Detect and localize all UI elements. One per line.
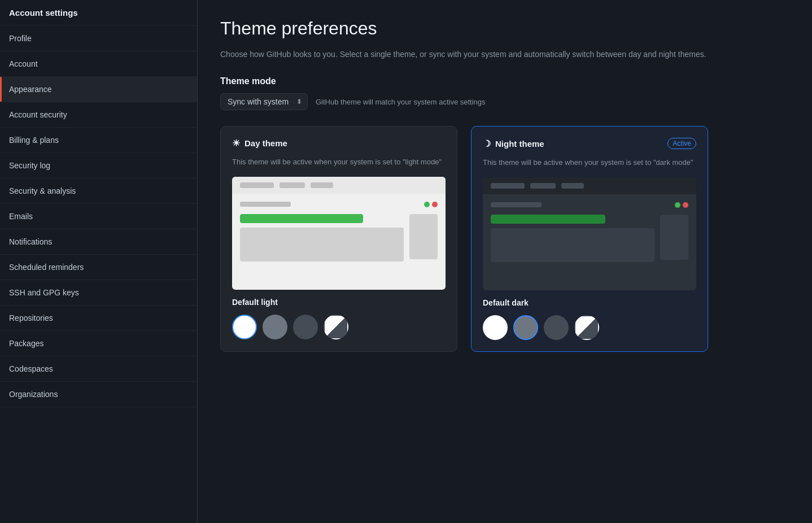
sidebar-item-label-scheduled-reminders: Scheduled reminders: [9, 263, 84, 272]
progress-bar-light: [240, 214, 363, 223]
sidebar-item-label-security-analysis: Security & analysis: [9, 186, 76, 195]
sidebar-item-account[interactable]: Account: [0, 51, 197, 77]
sidebar-item-label-account-security: Account security: [9, 110, 67, 119]
theme-hint: GitHub theme will match your system acti…: [316, 98, 486, 106]
sidebar-item-label-billing: Billing & plans: [9, 136, 59, 145]
preview-body-light: [240, 214, 438, 262]
sidebar-item-repositories[interactable]: Repositories: [0, 306, 197, 331]
sidebar-item-account-security[interactable]: Account security: [0, 102, 197, 128]
sidebar-block-light: [409, 214, 438, 259]
active-badge: Active: [667, 138, 696, 149]
tl-green-dark: [675, 202, 680, 208]
sidebar-item-ssh-gpg[interactable]: SSH and GPG keys: [0, 280, 197, 306]
swatch-dark-night[interactable]: [544, 315, 569, 340]
theme-cards: ☀ Day theme This theme will be active wh…: [220, 126, 789, 352]
preview-title-bar-dark: [491, 202, 688, 208]
nav-pill-1: [240, 182, 274, 188]
sidebar-item-label-packages: Packages: [9, 339, 43, 348]
preview-title-bar-light: [240, 202, 438, 207]
preview-body-dark: [491, 215, 688, 262]
swatch-white-day[interactable]: [232, 315, 257, 339]
sidebar-item-billing[interactable]: Billing & plans: [0, 128, 197, 153]
content-block-dark: [491, 228, 654, 262]
day-theme-name: Default light: [232, 298, 446, 307]
sidebar-item-codespaces[interactable]: Codespaces: [0, 356, 197, 382]
nav-pill-3: [311, 182, 333, 188]
preview-nav-dark: [483, 177, 696, 194]
swatch-half-night[interactable]: [574, 315, 599, 340]
page-description: Choose how GitHub looks to you. Select a…: [220, 48, 728, 60]
day-card-header: ☀ Day theme: [232, 138, 446, 149]
sidebar-item-label-repositories: Repositories: [9, 313, 53, 322]
sidebar-block-dark: [660, 215, 688, 260]
day-swatches: [232, 315, 446, 339]
sun-icon: ☀: [232, 138, 240, 149]
tl-red-dark: [683, 202, 688, 208]
sidebar-item-security-log[interactable]: Security log: [0, 153, 197, 178]
sidebar-item-security-analysis[interactable]: Security & analysis: [0, 178, 197, 204]
preview-main-dark: [491, 215, 654, 262]
sidebar-item-scheduled-reminders[interactable]: Scheduled reminders: [0, 255, 197, 280]
sidebar-header-label: Account settings: [9, 8, 78, 18]
sidebar-item-emails[interactable]: Emails: [0, 204, 197, 229]
sidebar-item-label-codespaces: Codespaces: [9, 364, 53, 373]
swatch-dark-day[interactable]: [293, 315, 318, 339]
sidebar-item-organizations[interactable]: Organizations: [0, 382, 197, 407]
night-swatches: [483, 315, 696, 340]
night-theme-name: Default dark: [483, 298, 696, 307]
title-pill-light: [240, 202, 291, 207]
nav-pill-dark-1: [491, 183, 525, 189]
sidebar: Account settings ProfileAccountAppearanc…: [0, 0, 198, 523]
sidebar-item-packages[interactable]: Packages: [0, 331, 197, 356]
night-card-title-text: Night theme: [495, 139, 544, 149]
swatch-half-day[interactable]: [324, 315, 348, 339]
traffic-lights-light: [424, 202, 438, 207]
sidebar-item-label-emails: Emails: [9, 212, 33, 221]
swatch-white-night[interactable]: [483, 315, 508, 340]
day-theme-card[interactable]: ☀ Day theme This theme will be active wh…: [220, 126, 457, 352]
title-pill-dark: [491, 202, 542, 207]
content-block-light: [240, 228, 404, 262]
main-content: Theme preferences Choose how GitHub look…: [198, 0, 812, 523]
sidebar-header: Account settings: [0, 0, 197, 26]
traffic-lights-dark: [675, 202, 688, 208]
sidebar-item-label-notifications: Notifications: [9, 237, 52, 246]
dark-preview-bg: [483, 177, 696, 290]
theme-mode-select[interactable]: Sync with system Light Dark: [220, 93, 308, 110]
theme-mode-row: Sync with system Light Dark ⬍ GitHub the…: [220, 93, 789, 110]
nav-pill-2: [280, 182, 305, 188]
night-card-header: ☽ Night theme Active: [483, 138, 696, 149]
day-card-title-text: Day theme: [245, 138, 287, 148]
moon-icon: ☽: [483, 138, 491, 149]
swatch-gray-night[interactable]: [513, 315, 538, 340]
sidebar-item-label-ssh-gpg: SSH and GPG keys: [9, 288, 79, 297]
tl-green-light: [424, 202, 430, 207]
sidebar-item-notifications[interactable]: Notifications: [0, 229, 197, 255]
sidebar-item-label-appearance: Appearance: [9, 85, 52, 94]
preview-content-light: [232, 194, 446, 269]
sidebar-item-label-profile: Profile: [9, 34, 32, 43]
light-preview-bg: [232, 177, 446, 290]
sidebar-item-label-account: Account: [9, 59, 38, 68]
night-card-title: ☽ Night theme: [483, 138, 544, 149]
preview-nav-light: [232, 177, 446, 194]
sidebar-item-appearance[interactable]: Appearance: [0, 77, 197, 102]
theme-mode-label: Theme mode: [220, 76, 789, 86]
night-card-subtitle: This theme will be active when your syst…: [483, 157, 696, 168]
swatch-gray-day[interactable]: [263, 315, 287, 339]
sidebar-item-label-security-log: Security log: [9, 161, 50, 170]
sidebar-item-label-organizations: Organizations: [9, 390, 58, 399]
nav-pill-dark-2: [530, 183, 556, 189]
day-theme-preview: [232, 177, 446, 290]
night-theme-card[interactable]: ☽ Night theme Active This theme will be …: [471, 126, 708, 352]
preview-content-dark: [483, 194, 696, 270]
day-card-title: ☀ Day theme: [232, 138, 287, 149]
day-card-subtitle: This theme will be active when your syst…: [232, 156, 446, 168]
preview-sidebar-light: [409, 214, 438, 262]
preview-sidebar-dark: [660, 215, 688, 262]
tl-red-light: [432, 202, 438, 207]
progress-bar-dark: [491, 215, 605, 224]
theme-mode-select-wrapper: Sync with system Light Dark ⬍: [220, 93, 308, 110]
preview-main-light: [240, 214, 404, 262]
sidebar-item-profile[interactable]: Profile: [0, 26, 197, 51]
